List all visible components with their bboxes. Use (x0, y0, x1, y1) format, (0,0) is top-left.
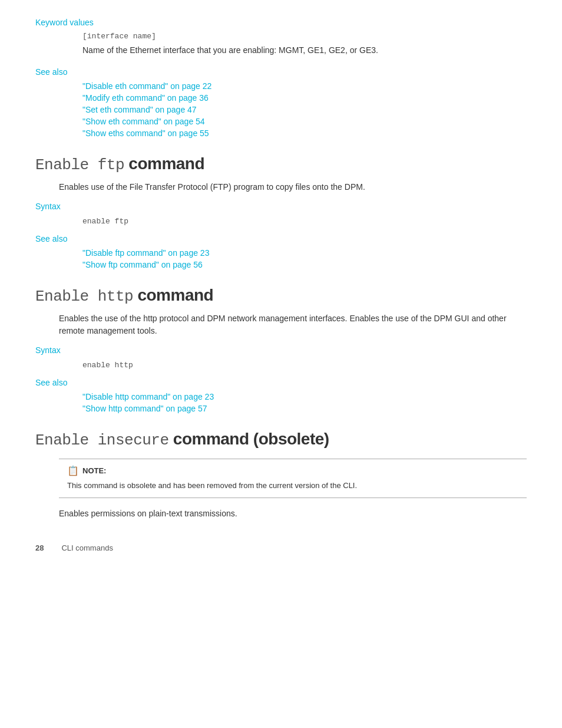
see-also-link-1-0[interactable]: "Disable eth command" on page 22 (82, 81, 527, 91)
enable-http-see-also-heading: See also (35, 378, 527, 387)
see-also-heading-1: See also (35, 67, 527, 77)
obsolete-note-box: 📋 NOTE: This command is obsolete and has… (59, 459, 527, 498)
enable-http-section: Enable http command Enables the use of t… (35, 286, 527, 413)
see-also-link-1-3[interactable]: "Show eth command" on page 54 (82, 117, 527, 126)
note-label: NOTE: (82, 466, 106, 475)
page-footer: 28 CLI commands (35, 543, 527, 552)
enable-http-see-also-link-0[interactable]: "Disable http command" on page 23 (82, 392, 527, 401)
enable-http-see-also-link-1[interactable]: "Show http command" on page 57 (82, 404, 527, 413)
enable-ftp-see-also-heading: See also (35, 234, 527, 243)
keyword-values-heading: Keyword values (35, 18, 527, 27)
enable-ftp-see-also-link-1[interactable]: "Show ftp command" on page 56 (82, 260, 527, 269)
see-also-link-1-1[interactable]: "Modify eth command" on page 36 (82, 93, 527, 103)
enable-http-title: Enable http command (35, 286, 527, 305)
enable-ftp-title: Enable ftp command (35, 154, 527, 174)
enable-ftp-section: Enable ftp command Enables use of the Fi… (35, 154, 527, 269)
keyword-values-section: Keyword values [interface name] Name of … (35, 18, 527, 57)
enable-insecure-description: Enables permissions on plain-text transm… (59, 508, 527, 520)
note-text: This command is obsolete and has been re… (67, 480, 518, 492)
enable-ftp-see-also-links: "Disable ftp command" on page 23 "Show f… (82, 248, 527, 269)
see-also-link-1-4[interactable]: "Show eths command" on page 55 (82, 129, 527, 138)
enable-http-see-also: See also "Disable http command" on page … (35, 378, 527, 413)
enable-http-syntax-code: enable http (82, 360, 527, 370)
note-header: 📋 NOTE: (67, 465, 518, 476)
enable-insecure-title: Enable insecure command (obsolete) (35, 430, 527, 449)
enable-ftp-syntax-heading: Syntax (35, 202, 527, 211)
see-also-section-1: See also "Disable eth command" on page 2… (35, 67, 527, 138)
keyword-values-content: [interface name] Name of the Ethernet in… (82, 32, 527, 57)
see-also-links-1: "Disable eth command" on page 22 "Modify… (82, 81, 527, 138)
footer-label: CLI commands (61, 543, 113, 552)
enable-insecure-section: Enable insecure command (obsolete) 📋 NOT… (35, 430, 527, 520)
enable-ftp-see-also: See also "Disable ftp command" on page 2… (35, 234, 527, 269)
enable-http-syntax-block: Syntax enable http (35, 345, 527, 370)
see-also-link-1-2[interactable]: "Set eth command" on page 47 (82, 105, 527, 114)
note-icon: 📋 (67, 465, 79, 476)
enable-ftp-see-also-link-0[interactable]: "Disable ftp command" on page 23 (82, 248, 527, 258)
enable-ftp-syntax-block: Syntax enable ftp (35, 202, 527, 226)
enable-http-syntax-heading: Syntax (35, 345, 527, 355)
enable-ftp-syntax-code: enable ftp (82, 216, 527, 226)
enable-http-description: Enables the use of the http protocol and… (59, 312, 527, 337)
enable-http-see-also-links: "Disable http command" on page 23 "Show … (82, 392, 527, 413)
footer-page-number: 28 (35, 543, 44, 552)
keyword-values-description: Name of the Ethernet interface that you … (82, 44, 527, 57)
enable-ftp-description: Enables use of the File Transfer Protoco… (59, 181, 527, 193)
keyword-values-code: [interface name] (82, 32, 527, 41)
